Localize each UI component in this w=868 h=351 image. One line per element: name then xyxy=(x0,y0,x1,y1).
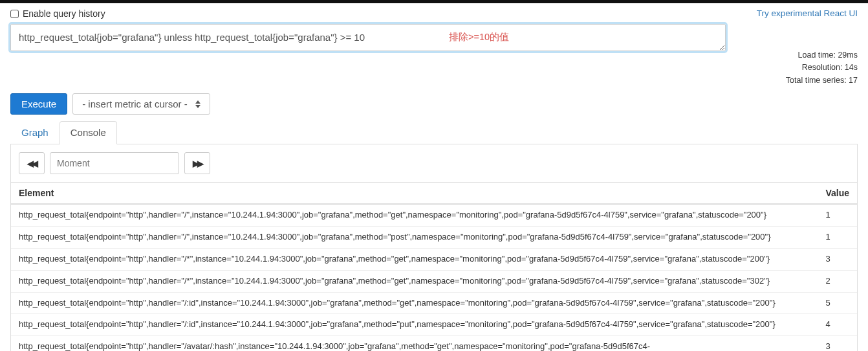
cell-element: http_request_total{endpoint="http",handl… xyxy=(11,270,818,292)
cell-value: 3 xyxy=(818,336,857,351)
time-prev-button[interactable]: ◀◀ xyxy=(19,152,45,174)
cell-value: 4 xyxy=(818,314,857,336)
col-header-element: Element xyxy=(11,183,818,205)
table-row: http_request_total{endpoint="http",handl… xyxy=(11,226,857,248)
table-row: http_request_total{endpoint="http",handl… xyxy=(11,314,857,336)
table-row: http_request_total{endpoint="http",handl… xyxy=(11,270,857,292)
tab-console[interactable]: Console xyxy=(60,121,117,144)
table-row: http_request_total{endpoint="http",handl… xyxy=(11,292,857,314)
cell-value: 5 xyxy=(818,292,857,314)
cell-element: http_request_total{endpoint="http",handl… xyxy=(11,226,818,248)
stat-resolution: Resolution: 14s xyxy=(754,62,858,74)
cell-element: http_request_total{endpoint="http",handl… xyxy=(11,248,818,270)
enable-query-history-toggle[interactable]: Enable query history xyxy=(10,8,754,19)
query-expression-input[interactable] xyxy=(10,24,726,51)
results-table: Element Value http_request_total{endpoin… xyxy=(11,182,857,351)
tab-graph[interactable]: Graph xyxy=(10,121,60,144)
table-row: http_request_total{endpoint="http",handl… xyxy=(11,204,857,226)
cell-value: 1 xyxy=(818,204,857,226)
cell-element: http_request_total{endpoint="http",handl… xyxy=(11,292,818,314)
cell-value: 1 xyxy=(818,226,857,248)
checkbox-icon xyxy=(10,10,19,18)
stat-load-time: Load time: 29ms xyxy=(754,49,858,62)
cell-value: 3 xyxy=(818,248,857,270)
time-next-button[interactable]: ▶▶ xyxy=(184,152,210,174)
chevron-double-right-icon: ▶▶ xyxy=(193,159,202,168)
select-caret-icon xyxy=(195,100,201,108)
enable-query-history-label: Enable query history xyxy=(23,8,105,19)
cell-element: http_request_total{endpoint="http",handl… xyxy=(11,336,818,351)
cell-element: http_request_total{endpoint="http",handl… xyxy=(11,314,818,336)
react-ui-link[interactable]: Try experimental React UI xyxy=(757,8,858,18)
insert-metric-select[interactable]: - insert metric at cursor - xyxy=(72,93,210,115)
cell-value: 2 xyxy=(818,270,857,292)
insert-metric-label: - insert metric at cursor - xyxy=(82,98,188,109)
col-header-value: Value xyxy=(818,183,857,205)
moment-input[interactable] xyxy=(50,152,179,174)
table-row: http_request_total{endpoint="http",handl… xyxy=(11,248,857,270)
stat-total-series: Total time series: 17 xyxy=(754,74,858,87)
chevron-double-left-icon: ◀◀ xyxy=(27,159,36,168)
table-row: http_request_total{endpoint="http",handl… xyxy=(11,336,857,351)
execute-button[interactable]: Execute xyxy=(10,93,67,115)
cell-element: http_request_total{endpoint="http",handl… xyxy=(11,204,818,226)
